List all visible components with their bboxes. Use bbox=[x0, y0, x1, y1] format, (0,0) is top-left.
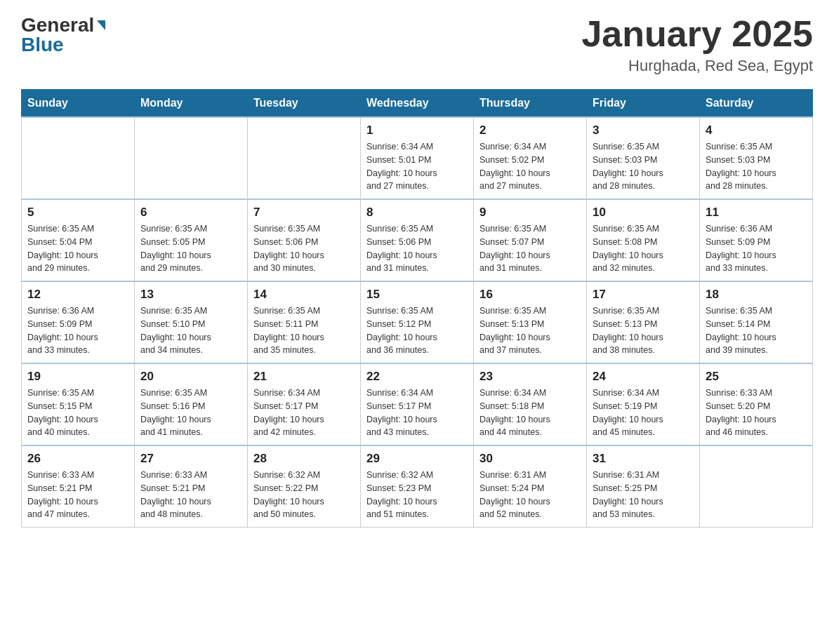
day-number: 10 bbox=[593, 206, 694, 220]
day-info: Sunrise: 6:35 AM Sunset: 5:04 PM Dayligh… bbox=[27, 222, 128, 275]
calendar-header-monday: Monday bbox=[135, 90, 248, 118]
calendar-cell: 2Sunrise: 6:34 AM Sunset: 5:02 PM Daylig… bbox=[474, 117, 587, 199]
day-info: Sunrise: 6:35 AM Sunset: 5:13 PM Dayligh… bbox=[593, 304, 694, 357]
day-info: Sunrise: 6:35 AM Sunset: 5:08 PM Dayligh… bbox=[593, 222, 694, 275]
calendar-cell: 25Sunrise: 6:33 AM Sunset: 5:20 PM Dayli… bbox=[700, 363, 813, 445]
day-number: 31 bbox=[593, 452, 694, 466]
day-number: 23 bbox=[479, 370, 581, 384]
calendar-cell: 23Sunrise: 6:34 AM Sunset: 5:18 PM Dayli… bbox=[474, 363, 587, 445]
calendar-cell: 20Sunrise: 6:35 AM Sunset: 5:16 PM Dayli… bbox=[135, 363, 248, 445]
day-info: Sunrise: 6:35 AM Sunset: 5:14 PM Dayligh… bbox=[706, 304, 807, 357]
day-info: Sunrise: 6:32 AM Sunset: 5:22 PM Dayligh… bbox=[253, 469, 355, 521]
day-info: Sunrise: 6:36 AM Sunset: 5:09 PM Dayligh… bbox=[706, 222, 807, 275]
calendar-header-tuesday: Tuesday bbox=[248, 90, 361, 118]
calendar-cell: 29Sunrise: 6:32 AM Sunset: 5:23 PM Dayli… bbox=[361, 445, 474, 528]
day-info: Sunrise: 6:33 AM Sunset: 5:21 PM Dayligh… bbox=[140, 469, 241, 521]
calendar-cell: 16Sunrise: 6:35 AM Sunset: 5:13 PM Dayli… bbox=[474, 281, 587, 363]
calendar-header-thursday: Thursday bbox=[474, 90, 587, 118]
day-number: 17 bbox=[593, 288, 694, 302]
day-number: 29 bbox=[366, 452, 468, 466]
calendar-cell: 13Sunrise: 6:35 AM Sunset: 5:10 PM Dayli… bbox=[135, 281, 248, 363]
calendar-cell: 5Sunrise: 6:35 AM Sunset: 5:04 PM Daylig… bbox=[22, 199, 135, 281]
calendar-week-row: 12Sunrise: 6:36 AM Sunset: 5:09 PM Dayli… bbox=[22, 281, 813, 363]
day-number: 21 bbox=[253, 370, 355, 384]
day-number: 1 bbox=[366, 123, 468, 137]
calendar-cell: 19Sunrise: 6:35 AM Sunset: 5:15 PM Dayli… bbox=[22, 363, 135, 445]
day-number: 16 bbox=[479, 288, 581, 302]
day-number: 18 bbox=[706, 288, 807, 302]
day-number: 26 bbox=[27, 452, 128, 466]
day-number: 9 bbox=[479, 206, 581, 220]
day-info: Sunrise: 6:34 AM Sunset: 5:17 PM Dayligh… bbox=[366, 387, 468, 439]
calendar-header-row: SundayMondayTuesdayWednesdayThursdayFrid… bbox=[22, 90, 813, 118]
calendar-cell: 28Sunrise: 6:32 AM Sunset: 5:22 PM Dayli… bbox=[248, 445, 361, 528]
day-info: Sunrise: 6:35 AM Sunset: 5:06 PM Dayligh… bbox=[253, 222, 355, 275]
day-info: Sunrise: 6:33 AM Sunset: 5:20 PM Dayligh… bbox=[706, 387, 807, 439]
day-info: Sunrise: 6:34 AM Sunset: 5:18 PM Dayligh… bbox=[479, 387, 581, 439]
calendar-cell: 22Sunrise: 6:34 AM Sunset: 5:17 PM Dayli… bbox=[361, 363, 474, 445]
calendar-cell: 15Sunrise: 6:35 AM Sunset: 5:12 PM Dayli… bbox=[361, 281, 474, 363]
calendar-cell: 18Sunrise: 6:35 AM Sunset: 5:14 PM Dayli… bbox=[700, 281, 813, 363]
title-block: January 2025 Hurghada, Red Sea, Egypt bbox=[581, 14, 813, 75]
day-info: Sunrise: 6:31 AM Sunset: 5:25 PM Dayligh… bbox=[593, 469, 694, 521]
logo-arrow-icon bbox=[97, 20, 105, 30]
calendar-week-row: 19Sunrise: 6:35 AM Sunset: 5:15 PM Dayli… bbox=[22, 363, 813, 445]
day-info: Sunrise: 6:31 AM Sunset: 5:24 PM Dayligh… bbox=[479, 469, 581, 521]
calendar-cell: 17Sunrise: 6:35 AM Sunset: 5:13 PM Dayli… bbox=[587, 281, 700, 363]
day-info: Sunrise: 6:36 AM Sunset: 5:09 PM Dayligh… bbox=[27, 304, 128, 357]
day-number: 25 bbox=[706, 370, 807, 384]
calendar-cell bbox=[248, 117, 361, 199]
calendar-week-row: 5Sunrise: 6:35 AM Sunset: 5:04 PM Daylig… bbox=[22, 199, 813, 281]
day-info: Sunrise: 6:35 AM Sunset: 5:11 PM Dayligh… bbox=[253, 304, 355, 357]
day-info: Sunrise: 6:35 AM Sunset: 5:07 PM Dayligh… bbox=[479, 222, 581, 275]
day-info: Sunrise: 6:35 AM Sunset: 5:03 PM Dayligh… bbox=[706, 140, 807, 193]
calendar-cell: 6Sunrise: 6:35 AM Sunset: 5:05 PM Daylig… bbox=[135, 199, 248, 281]
day-number: 27 bbox=[140, 452, 241, 466]
calendar-cell: 10Sunrise: 6:35 AM Sunset: 5:08 PM Dayli… bbox=[587, 199, 700, 281]
calendar-cell: 21Sunrise: 6:34 AM Sunset: 5:17 PM Dayli… bbox=[248, 363, 361, 445]
calendar-week-row: 26Sunrise: 6:33 AM Sunset: 5:21 PM Dayli… bbox=[22, 445, 813, 528]
day-info: Sunrise: 6:35 AM Sunset: 5:10 PM Dayligh… bbox=[140, 304, 241, 357]
month-title: January 2025 bbox=[581, 14, 813, 54]
day-info: Sunrise: 6:35 AM Sunset: 5:13 PM Dayligh… bbox=[479, 304, 581, 357]
day-number: 6 bbox=[140, 206, 241, 220]
day-number: 13 bbox=[140, 288, 241, 302]
calendar-cell: 30Sunrise: 6:31 AM Sunset: 5:24 PM Dayli… bbox=[474, 445, 587, 528]
day-number: 3 bbox=[593, 123, 694, 137]
day-number: 24 bbox=[593, 370, 694, 384]
day-number: 11 bbox=[706, 206, 807, 220]
calendar-cell: 1Sunrise: 6:34 AM Sunset: 5:01 PM Daylig… bbox=[361, 117, 474, 199]
day-info: Sunrise: 6:34 AM Sunset: 5:19 PM Dayligh… bbox=[593, 387, 694, 439]
day-number: 8 bbox=[366, 206, 468, 220]
calendar-cell: 11Sunrise: 6:36 AM Sunset: 5:09 PM Dayli… bbox=[700, 199, 813, 281]
calendar-header-friday: Friday bbox=[587, 90, 700, 118]
calendar-cell: 14Sunrise: 6:35 AM Sunset: 5:11 PM Dayli… bbox=[248, 281, 361, 363]
day-number: 7 bbox=[253, 206, 355, 220]
calendar-header-wednesday: Wednesday bbox=[361, 90, 474, 118]
logo: General Blue bbox=[21, 14, 105, 56]
location-subtitle: Hurghada, Red Sea, Egypt bbox=[581, 57, 813, 75]
calendar-cell: 27Sunrise: 6:33 AM Sunset: 5:21 PM Dayli… bbox=[135, 445, 248, 528]
calendar-cell: 31Sunrise: 6:31 AM Sunset: 5:25 PM Dayli… bbox=[587, 445, 700, 528]
day-number: 14 bbox=[253, 288, 355, 302]
day-number: 20 bbox=[140, 370, 241, 384]
day-number: 19 bbox=[27, 370, 128, 384]
day-info: Sunrise: 6:34 AM Sunset: 5:02 PM Dayligh… bbox=[479, 140, 581, 193]
calendar-cell: 3Sunrise: 6:35 AM Sunset: 5:03 PM Daylig… bbox=[587, 117, 700, 199]
calendar-cell: 26Sunrise: 6:33 AM Sunset: 5:21 PM Dayli… bbox=[22, 445, 135, 528]
day-info: Sunrise: 6:35 AM Sunset: 5:12 PM Dayligh… bbox=[366, 304, 468, 357]
calendar-cell bbox=[700, 445, 813, 528]
calendar-cell: 24Sunrise: 6:34 AM Sunset: 5:19 PM Dayli… bbox=[587, 363, 700, 445]
calendar-week-row: 1Sunrise: 6:34 AM Sunset: 5:01 PM Daylig… bbox=[22, 117, 813, 199]
calendar-cell bbox=[22, 117, 135, 199]
day-info: Sunrise: 6:32 AM Sunset: 5:23 PM Dayligh… bbox=[366, 469, 468, 521]
day-info: Sunrise: 6:33 AM Sunset: 5:21 PM Dayligh… bbox=[27, 469, 128, 521]
day-info: Sunrise: 6:34 AM Sunset: 5:17 PM Dayligh… bbox=[253, 387, 355, 439]
calendar-cell bbox=[135, 117, 248, 199]
day-number: 22 bbox=[366, 370, 468, 384]
calendar-cell: 7Sunrise: 6:35 AM Sunset: 5:06 PM Daylig… bbox=[248, 199, 361, 281]
day-number: 5 bbox=[27, 206, 128, 220]
day-info: Sunrise: 6:35 AM Sunset: 5:03 PM Dayligh… bbox=[593, 140, 694, 193]
day-info: Sunrise: 6:35 AM Sunset: 5:15 PM Dayligh… bbox=[27, 387, 128, 439]
day-number: 2 bbox=[479, 123, 581, 137]
